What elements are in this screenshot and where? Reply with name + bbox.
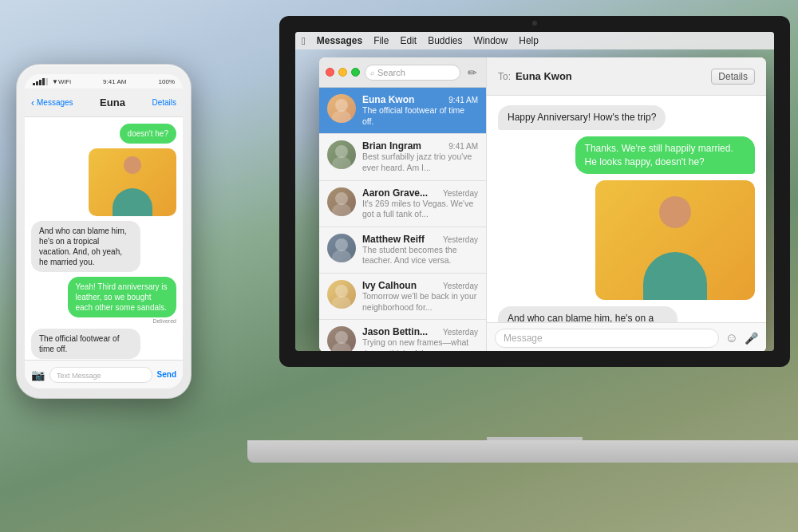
conversation-avatar: [327, 326, 356, 351]
chat-panel: To: Euna Kwon Details Happy Anniversary!…: [487, 57, 766, 351]
menu-file[interactable]: File: [373, 35, 389, 46]
signal-bars: [33, 78, 48, 85]
chevron-left-icon: ‹: [31, 97, 34, 108]
camera-icon[interactable]: 📷: [31, 368, 45, 381]
webcam: [532, 21, 537, 26]
search-bar[interactable]: ⌕ Search: [365, 65, 460, 81]
conversation-item[interactable]: Aaron Grave... Yesterday It's 269 miles …: [319, 181, 486, 227]
menu-help[interactable]: Help: [519, 35, 539, 46]
conversation-avatar: [327, 187, 356, 216]
mac-laptop:  Messages File Edit Buddies Window Help: [247, 16, 798, 463]
mic-button[interactable]: 🎤: [745, 332, 758, 345]
message-row: Thanks. We're still happily married. He …: [498, 136, 755, 175]
conversation-name: Brian Ingram: [362, 140, 421, 152]
conversation-avatar: [327, 94, 356, 123]
to-label: To:: [498, 71, 511, 82]
conversation-content: Euna Kwon 9:41 AM The official footwear …: [362, 94, 478, 127]
svg-point-2: [335, 145, 348, 158]
iphone-status-bar: ▼WiFi 9:41 AM 100%: [25, 74, 183, 89]
menu-window[interactable]: Window: [474, 35, 508, 46]
conversation-header: Ivy Calhoun Yesterday: [362, 280, 478, 291]
iphone-message-row: [31, 148, 176, 216]
conversation-time: Yesterday: [443, 235, 478, 244]
signal-bar-3: [39, 80, 41, 85]
message-row: [498, 180, 755, 300]
iphone-message-row: The official footwear of time off.: [31, 329, 176, 359]
status-time: 9:41 AM: [103, 78, 126, 85]
conversation-item[interactable]: Ivy Calhoun Yesterday Tomorrow we'll be …: [319, 274, 486, 320]
svg-point-9: [332, 296, 351, 309]
emoji-button[interactable]: ☺: [725, 331, 738, 345]
send-button[interactable]: Send: [157, 370, 176, 379]
svg-point-8: [335, 285, 348, 298]
message-bubble: Thanks. We're still happily married. He …: [575, 136, 755, 175]
person-body-small: [113, 188, 152, 216]
person-face: [659, 196, 691, 228]
message-bubble: Happy Anniversary! How's the trip?: [498, 105, 666, 130]
menu-edit[interactable]: Edit: [400, 35, 417, 46]
conversation-preview: Best surfabilly jazz trio you've ever he…: [362, 152, 478, 173]
iphone-message-row: And who can blame him, he's on a tropica…: [31, 221, 176, 272]
iphone-message-bubble: And who can blame him, he's on a tropica…: [31, 221, 140, 272]
message-image: [595, 180, 755, 300]
minimize-button[interactable]: [338, 68, 347, 77]
iphone-messages: doesn't he? And who can blame him, he's …: [25, 117, 183, 360]
svg-point-11: [332, 342, 351, 351]
close-button[interactable]: [326, 68, 334, 77]
power-button[interactable]: [191, 128, 192, 152]
svg-point-4: [335, 192, 348, 205]
conversation-item[interactable]: Matthew Reiff Yesterday The student beco…: [319, 227, 486, 274]
iphone-input-bar: 📷 Text Message Send: [25, 360, 183, 388]
conversation-time: Yesterday: [443, 328, 478, 337]
conversation-time: Yesterday: [443, 282, 478, 290]
mute-switch[interactable]: [16, 104, 17, 116]
conversation-content: Matthew Reiff Yesterday The student beco…: [362, 234, 478, 266]
conversation-preview: The student becomes the teacher. And vic…: [362, 245, 478, 266]
iphone: ▼WiFi 9:41 AM 100% ‹ Messages Euna Detai…: [16, 64, 192, 399]
details-button[interactable]: Details: [711, 69, 755, 85]
conversation-preview: The official footwear of time off.: [362, 105, 478, 127]
conversation-name: Matthew Reiff: [362, 234, 425, 245]
svg-point-6: [335, 238, 348, 251]
svg-point-3: [332, 156, 351, 169]
conversation-avatar: [327, 140, 356, 169]
conversation-name: Ivy Calhoun: [362, 280, 417, 291]
signal-bar-1: [33, 83, 35, 85]
traffic-lights: [326, 68, 360, 77]
iphone-message-bubble: The official footwear of time off.: [31, 329, 140, 359]
iphone-nav-bar: ‹ Messages Euna Details: [25, 89, 183, 117]
conversation-name: Aaron Grave...: [362, 187, 428, 199]
conversation-header: Matthew Reiff Yesterday: [362, 234, 478, 245]
signal-area: ▼WiFi: [33, 78, 71, 85]
iphone-input-placeholder: Text Message: [57, 372, 101, 380]
conversations-toolbar: ⌕ Search ✏: [319, 57, 486, 88]
iphone-message-status: Delivered: [152, 318, 176, 324]
conversation-content: Brian Ingram 9:41 AM Best surfabilly jaz…: [362, 140, 478, 173]
messages-window: ⌕ Search ✏ Euna Kwon 9:41 AM The officia…: [319, 57, 766, 351]
volume-down-button[interactable]: [16, 141, 17, 157]
conversation-item[interactable]: Euna Kwon 9:41 AM The official footwear …: [319, 88, 486, 134]
conversation-avatar: [327, 280, 356, 309]
back-button[interactable]: ‹ Messages: [31, 97, 73, 108]
mac-screen-bezel:  Messages File Edit Buddies Window Help: [279, 16, 790, 367]
iphone-details-button[interactable]: Details: [152, 98, 176, 107]
carrier-label: ▼WiFi: [52, 78, 71, 85]
conversation-header: Euna Kwon 9:41 AM: [362, 94, 478, 105]
battery-indicator: 100%: [159, 78, 175, 85]
svg-point-5: [332, 203, 351, 216]
iphone-message-row: doesn't he?: [31, 124, 176, 144]
signal-bar-5: [45, 78, 48, 85]
volume-up-button[interactable]: [16, 120, 17, 136]
maximize-button[interactable]: [351, 68, 360, 77]
iphone-message-bubble: doesn't he?: [120, 124, 176, 144]
conversation-item[interactable]: Jason Bettin... Yesterday Trying on new …: [319, 320, 486, 351]
conversation-preview: Trying on new frames—what do you think o…: [362, 337, 478, 351]
conversation-name: Jason Bettin...: [362, 326, 428, 337]
menu-bar:  Messages File Edit Buddies Window Help: [295, 32, 774, 49]
message-input-container[interactable]: Message: [495, 329, 719, 348]
conversation-preview: Tomorrow we'll be back in your neighborh…: [362, 291, 478, 313]
iphone-message-input[interactable]: Text Message: [49, 367, 152, 383]
compose-button[interactable]: ✏: [465, 65, 480, 80]
conversation-item[interactable]: Brian Ingram 9:41 AM Best surfabilly jaz…: [319, 134, 486, 180]
menu-buddies[interactable]: Buddies: [428, 35, 462, 46]
